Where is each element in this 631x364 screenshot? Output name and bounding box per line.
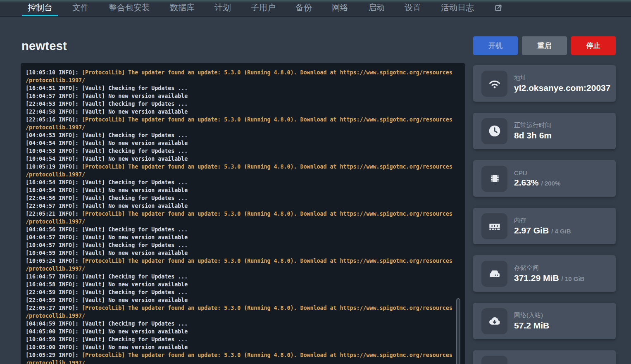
chip-icon (481, 166, 507, 192)
stat-label: CPU (514, 169, 560, 176)
console-line: /protocollib.1997/ (26, 171, 460, 178)
tab-subusers[interactable]: 子用户 (245, 0, 281, 16)
restart-button[interactable]: 重启 (522, 36, 567, 55)
console-line: [22:05:16 INFO]: [ProtocolLib] The updat… (26, 116, 460, 124)
cloud-down-icon (481, 308, 507, 334)
console-line: [10:04:54 INFO]: [Vault] No new version … (26, 155, 460, 163)
console-line: /protocollib.1997/ (26, 76, 460, 84)
console-line: [10:04:59 INFO]: [Vault] Checking for Up… (26, 335, 460, 343)
tab-console[interactable]: 控制台 (22, 0, 58, 16)
console-line: [10:04:59 INFO]: [Vault] No new version … (26, 249, 460, 257)
console-line: /protocollib.1997/ (26, 218, 460, 226)
console-line: [22:05:27 INFO]: [ProtocolLib] The updat… (26, 304, 460, 312)
stat-card-cpu: CPU2.63%/ 200% (473, 160, 616, 197)
stat-label: 内存 (514, 216, 571, 224)
console-line: [04:04:53 INFO]: [Vault] Checking for Up… (26, 131, 460, 139)
console-line: [16:04:57 INFO]: [Vault] Checking for Up… (26, 273, 460, 281)
console-line: [04:04:57 INFO]: [Vault] No new version … (26, 233, 460, 241)
console-line: [04:05:00 INFO]: [Vault] No new version … (26, 328, 460, 335)
stat-value: 2.97 GiB/ 4 GiB (514, 226, 571, 236)
tab-modpack-install[interactable]: 整合包安装 (103, 0, 155, 16)
console-output[interactable]: [10:05:10 INFO]: [ProtocolLib] The updat… (21, 63, 465, 364)
stat-limit: / 200% (541, 180, 561, 187)
stat-value: 8d 3h 6m (514, 131, 552, 140)
console-line: /protocollib.1997/ (26, 124, 460, 131)
server-title: newtest (21, 39, 67, 53)
power-actions: 开机 重启 停止 (473, 36, 616, 55)
console-line: [22:04:58 INFO]: [Vault] No new version … (26, 108, 460, 116)
tab-schedules[interactable]: 计划 (209, 0, 236, 16)
console-line: [16:04:54 INFO]: [Vault] Checking for Up… (26, 178, 460, 186)
clock-icon (481, 118, 507, 144)
stat-value: yl2.oksanye.com:20037 (514, 83, 607, 93)
console-line: [04:04:56 INFO]: [Vault] Checking for Up… (26, 226, 460, 233)
console-line: [22:04:53 INFO]: [Vault] Checking for Up… (26, 100, 460, 108)
console-line: [10:05:29 INFO]: [ProtocolLib] The updat… (26, 351, 460, 359)
start-button[interactable]: 开机 (473, 36, 518, 55)
console-line: [04:04:54 INFO]: [Vault] No new version … (26, 139, 460, 147)
console-line: /protocollib.1997/ (26, 265, 460, 273)
stat-label: 正常运行时间 (514, 121, 552, 129)
console-line: [22:04:59 INFO]: [Vault] Checking for Up… (26, 288, 460, 296)
stats-sidebar: 地址yl2.oksanye.com:20037 正常运行时间8d 3h 6m C… (473, 65, 616, 364)
stat-card-uptime: 正常运行时间8d 3h 6m (473, 113, 616, 149)
console-line: [10:05:19 INFO]: [ProtocolLib] The updat… (26, 163, 460, 171)
console-line: [10:05:00 INFO]: [Vault] No new version … (26, 343, 460, 351)
hdd-icon (481, 261, 507, 287)
tab-databases[interactable]: 数据库 (164, 0, 200, 16)
console-line: /protocollib.1997/ (26, 312, 460, 320)
external-link-icon (494, 4, 502, 12)
console-scrollbar[interactable] (456, 298, 460, 364)
nav-external-link[interactable] (488, 0, 508, 16)
console-line: [22:04:59 INFO]: [Vault] No new version … (26, 296, 460, 304)
console-line: [10:04:53 INFO]: [Vault] Checking for Up… (26, 147, 460, 155)
console-line: [10:04:57 INFO]: [Vault] Checking for Up… (26, 241, 460, 249)
stat-card-net-in: 网络(入站)57.2 MiB (473, 303, 616, 339)
console-line: [16:04:54 INFO]: [Vault] No new version … (26, 186, 460, 194)
console-line: [16:04:57 INFO]: [Vault] No new version … (26, 92, 460, 100)
tab-startup[interactable]: 启动 (363, 0, 390, 16)
stat-label: 地址 (514, 74, 607, 82)
console-line: [16:04:58 INFO]: [Vault] No new version … (26, 281, 460, 288)
tab-activity-log[interactable]: 活动日志 (436, 0, 479, 16)
console-line: [10:05:24 INFO]: [ProtocolLib] The updat… (26, 257, 460, 265)
stop-button[interactable]: 停止 (571, 36, 616, 55)
console-line: [22:04:56 INFO]: [Vault] Checking for Up… (26, 194, 460, 202)
stat-card-memory: 内存2.97 GiB/ 4 GiB (473, 208, 616, 244)
nav-bar: 控制台文件整合包安装数据库计划子用户备份网络启动设置活动日志 (0, 0, 631, 17)
console-line: [10:05:10 INFO]: [ProtocolLib] The updat… (26, 69, 460, 76)
stat-limit: / 10 GiB (562, 275, 585, 282)
stat-value: 371.29 MiB/ 10 GiB (514, 273, 584, 283)
stat-card-net-out: 网络(出站) (473, 350, 616, 364)
stat-value: 57.2 MiB (514, 321, 549, 331)
stat-limit: / 4 GiB (551, 228, 571, 235)
tab-files[interactable]: 文件 (67, 0, 94, 16)
stat-label: 网络(入站) (514, 312, 549, 319)
tab-settings[interactable]: 设置 (399, 0, 426, 16)
console-line: /protocollib.1997/ (26, 359, 460, 364)
stat-label: 存储空间 (514, 264, 584, 272)
stat-card-disk: 存储空间371.29 MiB/ 10 GiB (473, 255, 616, 292)
console-line: [22:05:21 INFO]: [ProtocolLib] The updat… (26, 210, 460, 218)
tab-backups[interactable]: 备份 (290, 0, 317, 16)
memory-icon (481, 213, 507, 239)
console-line: [16:04:51 INFO]: [Vault] Checking for Up… (26, 84, 460, 92)
console-line: [04:04:59 INFO]: [Vault] Checking for Up… (26, 320, 460, 328)
console-line: [22:04:57 INFO]: [Vault] No new version … (26, 202, 460, 210)
stat-card-address: 地址yl2.oksanye.com:20037 (473, 65, 616, 102)
wifi-icon (481, 71, 507, 97)
tab-network[interactable]: 网络 (326, 0, 354, 16)
stat-value: 2.63%/ 200% (514, 178, 560, 188)
cloud-up-icon (481, 356, 507, 364)
